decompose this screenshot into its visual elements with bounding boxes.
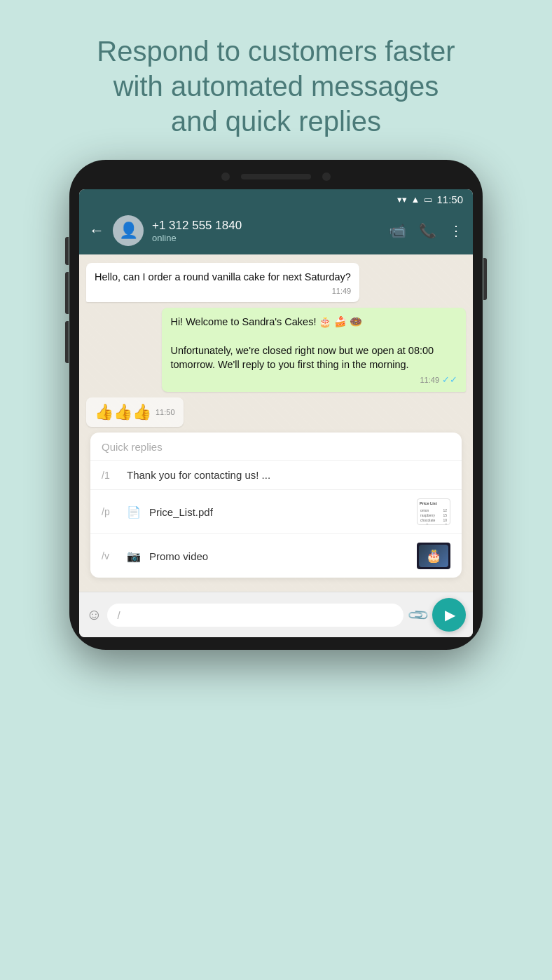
video-call-icon[interactable]: 📹 <box>389 222 406 239</box>
headline: Respond to customers faster with automat… <box>55 0 497 160</box>
phone-frame: ▾▾ ▲ ▭ 11:50 ← 👤 +1 312 555 1840 online … <box>69 160 483 650</box>
camera-dot <box>221 172 230 181</box>
message-text-sent-1: Hi! Welcome to Sandra's Cakes! 🎂 🍰 🍩 Unf… <box>170 315 457 372</box>
speaker-grille <box>241 174 311 179</box>
phone-side-button-left-1 <box>65 237 69 265</box>
read-receipt-icon: ✓✓ <box>442 374 457 385</box>
quick-reply-shortcut-3: /v <box>102 550 118 562</box>
message-time-sent-1: 11:49 <box>420 376 439 384</box>
emoji-content: 👍👍👍 <box>95 403 151 421</box>
phone-side-button-left-3 <box>65 321 69 363</box>
video-thumbnail: 🎂 <box>417 543 450 569</box>
emoji-time: 11:50 <box>156 408 175 416</box>
quick-reply-text-1: Thank you for contacting us! ... <box>127 469 450 481</box>
message-time-1: 11:49 <box>332 287 352 295</box>
contact-status: online <box>152 233 380 243</box>
quick-reply-item-3[interactable]: /v 📷 Promo video 🎂 <box>90 534 462 578</box>
quick-reply-text-3: Promo video <box>149 550 408 562</box>
send-icon: ▶ <box>445 606 455 623</box>
attach-icon[interactable]: 📎 <box>406 603 430 627</box>
video-thumb-img: 🎂 <box>419 545 448 567</box>
sensor-dot <box>322 172 331 181</box>
battery-icon: ▭ <box>424 194 432 205</box>
slash-prefix: / <box>117 609 120 621</box>
status-time: 11:50 <box>436 193 463 205</box>
back-button[interactable]: ← <box>89 222 104 240</box>
quick-reply-shortcut-1: /1 <box>102 470 118 481</box>
status-bar: ▾▾ ▲ ▭ 11:50 <box>79 189 473 210</box>
message-sent-1: Hi! Welcome to Sandra's Cakes! 🎂 🍰 🍩 Unf… <box>162 308 466 392</box>
phone-screen: ▾▾ ▲ ▭ 11:50 ← 👤 +1 312 555 1840 online … <box>79 189 473 637</box>
wifi-icon: ▾▾ <box>397 194 407 205</box>
quick-replies-panel: Quick replies /1 Thank you for contactin… <box>90 433 462 578</box>
signal-icon: ▲ <box>411 194 420 205</box>
quick-reply-item-1[interactable]: /1 Thank you for contacting us! ... <box>90 461 462 490</box>
document-icon: 📄 <box>127 505 141 519</box>
chat-header: ← 👤 +1 312 555 1840 online 📹 📞 ⋮ <box>79 210 473 254</box>
message-input[interactable]: / <box>107 604 403 627</box>
quick-reply-shortcut-2: /p <box>102 506 118 517</box>
message-received-1: Hello, can I order a round vanilla cake … <box>86 263 359 302</box>
chat-messages: Hello, can I order a round vanilla cake … <box>79 254 473 592</box>
headline-line1: Respond to customers faster <box>97 36 455 67</box>
avatar-person-icon: 👤 <box>119 222 138 240</box>
headline-line3: and quick replies <box>171 106 381 137</box>
camera-icon: 📷 <box>127 550 141 563</box>
status-icons: ▾▾ ▲ ▭ 11:50 <box>397 193 463 205</box>
emoji-picker-button[interactable]: ☺ <box>86 606 102 624</box>
quick-reply-text-2: Price_List.pdf <box>149 506 408 518</box>
contact-name: +1 312 555 1840 <box>152 219 380 233</box>
headline-line2: with automated messages <box>113 71 439 102</box>
pdf-thumbnail: Price List onion12 raspberry15 chocolate… <box>417 498 450 525</box>
phone-top-bar <box>79 172 473 181</box>
more-options-icon[interactable]: ⋮ <box>449 222 463 239</box>
avatar: 👤 <box>113 215 144 246</box>
header-icons: 📹 📞 ⋮ <box>389 222 463 239</box>
quick-reply-item-2[interactable]: /p 📄 Price_List.pdf Price List onion12 r… <box>90 490 462 534</box>
phone-side-button-left-2 <box>65 272 69 314</box>
message-text-1: Hello, can I order a round vanilla cake … <box>95 270 351 284</box>
phone-side-button-right <box>483 258 487 300</box>
phone-call-icon[interactable]: 📞 <box>419 222 436 239</box>
send-button[interactable]: ▶ <box>432 598 466 632</box>
quick-replies-title: Quick replies <box>90 433 462 461</box>
input-bar: ☺ / 📎 ▶ <box>79 592 473 637</box>
emoji-message: 👍👍👍 11:50 <box>86 397 466 433</box>
contact-info: +1 312 555 1840 online <box>152 219 380 243</box>
